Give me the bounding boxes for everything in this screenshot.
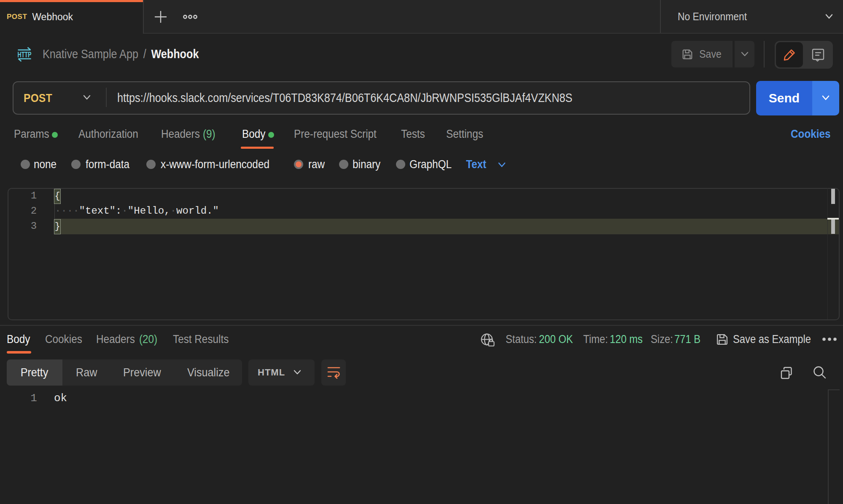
svg-text:HTTP: HTTP [18, 50, 32, 59]
